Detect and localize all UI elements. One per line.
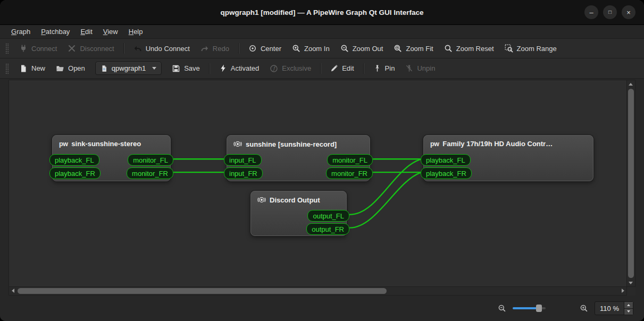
minimize-icon: – xyxy=(589,9,593,16)
zoom-out-small-icon xyxy=(498,304,506,312)
node-title: Discord Output xyxy=(270,196,320,204)
zoom-in-button[interactable]: Zoom In xyxy=(287,41,334,56)
toolbar-patchbay: New Open qpwgraph1 Save Activated ƒ Excl… xyxy=(0,58,644,79)
port-output[interactable]: output_FR xyxy=(306,223,349,235)
activated-toggle[interactable]: Activated xyxy=(214,61,264,75)
zoom-range-button[interactable]: Zoom Range xyxy=(500,41,562,56)
record-source-icon xyxy=(257,196,266,204)
port-output[interactable]: monitor_FL xyxy=(128,154,173,166)
record-source-icon xyxy=(233,140,242,148)
center-button[interactable]: Center xyxy=(244,41,286,56)
close-button[interactable]: × xyxy=(622,5,635,19)
window-controls: – □ × xyxy=(584,5,635,19)
zoom-slider[interactable] xyxy=(513,307,546,309)
redo-arrow-icon xyxy=(200,44,209,53)
center-target-icon xyxy=(248,44,257,53)
window-title: qpwgraph1 [modified] — A PipeWire Graph … xyxy=(220,9,423,16)
titlebar[interactable]: qpwgraph1 [modified] — A PipeWire Graph … xyxy=(0,0,644,25)
port-input[interactable]: playback_FL xyxy=(49,154,99,166)
menu-patchbay[interactable]: Patchbay xyxy=(36,26,74,37)
redo-button[interactable]: Redo xyxy=(196,41,234,56)
maximize-button[interactable]: □ xyxy=(603,5,617,19)
node-discord-output[interactable]: Discord Output output_FL output_FR xyxy=(250,191,347,236)
new-patchbay-button[interactable]: New xyxy=(14,61,50,76)
pin-button[interactable]: Pin xyxy=(369,61,400,75)
patchbay-selector-value: qpwgraph1 xyxy=(112,64,146,72)
open-folder-icon xyxy=(56,64,64,73)
zoom-in-small-icon xyxy=(580,304,588,312)
vertical-scrollbar-thumb[interactable] xyxy=(628,89,634,278)
pipewire-icon: pw xyxy=(430,140,439,148)
menu-view[interactable]: View xyxy=(98,26,123,37)
app-window: qpwgraph1 [modified] — A PipeWire Graph … xyxy=(0,0,644,321)
toolbar-separator xyxy=(363,63,364,74)
canvas-area: pw sink-sunshine-stereo playback_FL play… xyxy=(9,80,635,295)
save-floppy-icon xyxy=(172,64,180,73)
patchbay-file-icon xyxy=(101,65,108,72)
node-family-hd-audio[interactable]: pw Family 17h/19h HD Audio Contr… playba… xyxy=(423,135,593,181)
zoom-reset-button[interactable]: Zoom Reset xyxy=(439,41,499,56)
menubar: Graph Patchbay Edit View Help xyxy=(0,25,644,39)
port-input[interactable]: input_FL xyxy=(224,154,262,166)
menu-help[interactable]: Help xyxy=(124,26,148,37)
node-sink-sunshine-stereo[interactable]: pw sink-sunshine-stereo playback_FL play… xyxy=(52,135,171,181)
toolbar-separator xyxy=(209,63,210,74)
zoom-fit-button[interactable]: Zoom Fit xyxy=(389,41,438,56)
port-input[interactable]: playback_FR xyxy=(49,167,101,179)
toolbar-separator xyxy=(123,43,124,54)
pin-icon xyxy=(373,64,381,72)
minimize-button[interactable]: – xyxy=(584,5,598,19)
port-output[interactable]: monitor_FR xyxy=(326,167,373,179)
edit-pencil-icon xyxy=(330,64,338,72)
horizontal-scrollbar-thumb[interactable] xyxy=(18,288,387,294)
undo-arrow-icon xyxy=(133,44,142,53)
exclusive-icon: ƒ xyxy=(270,64,278,73)
disconnect-button[interactable]: Disconnect xyxy=(63,41,119,56)
open-patchbay-button[interactable]: Open xyxy=(51,61,90,76)
plug-connect-icon xyxy=(19,44,28,53)
node-title: sunshine [sunshine-record] xyxy=(246,140,337,148)
menu-edit[interactable]: Edit xyxy=(76,26,97,37)
unpin-button[interactable]: Unpin xyxy=(400,61,440,75)
scroll-up-arrow[interactable] xyxy=(627,80,634,88)
exclusive-toggle[interactable]: ƒ Exclusive xyxy=(265,61,316,76)
zoom-step-down-button[interactable] xyxy=(624,309,633,315)
zoom-step-up-button[interactable] xyxy=(624,302,633,309)
port-output[interactable]: output_FL xyxy=(307,210,349,222)
scroll-down-arrow[interactable] xyxy=(627,279,634,286)
port-input[interactable]: playback_FL xyxy=(421,154,471,166)
connect-button[interactable]: Connect xyxy=(14,41,62,56)
zoom-in-icon xyxy=(292,44,300,53)
toolbar-separator xyxy=(320,63,321,74)
horizontal-scrollbar[interactable] xyxy=(9,287,627,295)
maximize-icon: □ xyxy=(608,10,612,15)
edit-toggle[interactable]: Edit xyxy=(325,61,358,75)
disconnect-x-icon xyxy=(68,44,76,53)
graph-canvas[interactable]: pw sink-sunshine-stereo playback_FL play… xyxy=(9,80,627,287)
zoom-slider-fill xyxy=(513,307,537,309)
port-input[interactable]: input_FR xyxy=(224,167,263,179)
port-input[interactable]: playback_FR xyxy=(421,167,472,179)
zoom-slider-handle[interactable] xyxy=(536,305,542,312)
scroll-left-arrow[interactable] xyxy=(9,287,16,294)
save-patchbay-button[interactable]: Save xyxy=(167,61,205,76)
statusbar: 110 % xyxy=(0,295,644,321)
menu-graph[interactable]: Graph xyxy=(6,26,35,37)
port-output[interactable]: monitor_FR xyxy=(127,167,173,179)
close-icon: × xyxy=(626,9,631,16)
undo-connect-button[interactable]: Undo Connect xyxy=(129,41,195,56)
zoom-spinbox[interactable]: 110 % xyxy=(595,301,633,315)
zoom-out-button[interactable]: Zoom Out xyxy=(336,41,388,56)
vertical-scrollbar[interactable] xyxy=(627,80,635,287)
node-sunshine-record[interactable]: sunshine [sunshine-record] input_FL inpu… xyxy=(227,135,370,181)
chevron-down-icon xyxy=(152,67,156,70)
zoom-value: 110 % xyxy=(595,302,624,315)
new-file-icon xyxy=(19,64,28,73)
patchbay-selector[interactable]: qpwgraph1 xyxy=(95,62,162,75)
port-output[interactable]: monitor_FL xyxy=(327,154,373,166)
toolbar-grip[interactable] xyxy=(5,43,9,54)
toolbar-grip[interactable] xyxy=(5,63,9,74)
connections-layer xyxy=(9,80,626,286)
zoom-range-icon xyxy=(505,44,513,53)
scroll-right-arrow[interactable] xyxy=(619,287,626,294)
